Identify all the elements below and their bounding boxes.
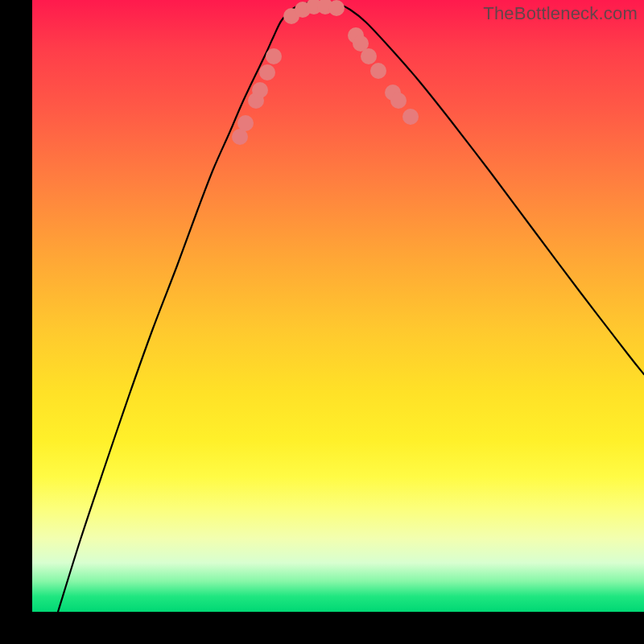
curve-marker xyxy=(252,82,268,98)
chart-frame: TheBottleneck.com xyxy=(0,0,644,644)
bottleneck-curve xyxy=(58,2,644,612)
curve-marker xyxy=(259,64,275,80)
curve-marker xyxy=(402,109,419,125)
curve-marker xyxy=(390,93,407,109)
curve-marker xyxy=(237,115,254,131)
curve-marker xyxy=(328,0,345,16)
curve-markers xyxy=(232,0,419,145)
curve-marker xyxy=(370,63,386,79)
curve-marker xyxy=(266,48,282,64)
curve-marker xyxy=(361,48,377,64)
curve-svg xyxy=(32,0,644,612)
plot-area: TheBottleneck.com xyxy=(32,0,644,612)
